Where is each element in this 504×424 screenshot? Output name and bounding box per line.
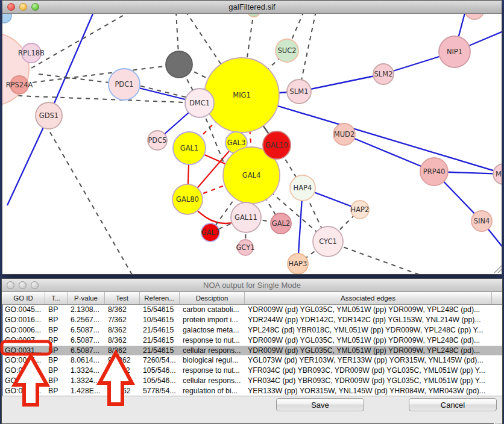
resize-handle-icon[interactable] bbox=[494, 266, 502, 273]
table-cell: 105/546... bbox=[141, 366, 181, 376]
network-node[interactable] bbox=[247, 14, 260, 17]
network-node[interactable] bbox=[166, 51, 192, 78]
desktop: galFiltered.sif RPL18BRPS24AGDS1PDC1PDC5… bbox=[0, 0, 504, 424]
table-cell: GO:0031... bbox=[3, 366, 46, 376]
table-cell: 21/54615 bbox=[141, 335, 181, 346]
table-cell: YDR244W (pp) YDR142C, YDR142C (pp) YGL15… bbox=[246, 315, 493, 325]
table-row[interactable]: GO:0016...BP6.2567...7/36210/54615protei… bbox=[3, 315, 502, 325]
table-cell: cellular respons... bbox=[181, 376, 246, 386]
node-label: SLM2 bbox=[374, 70, 393, 78]
network-node[interactable] bbox=[2, 33, 29, 105]
column-header-1[interactable]: GO ID bbox=[2, 292, 45, 304]
table-header: GO IDT...P-valueTestReferen...Desciption… bbox=[2, 292, 502, 305]
table-cell: GO:0006... bbox=[3, 325, 46, 335]
table-cell: GO:0031... bbox=[3, 376, 46, 386]
table-cell: YFR034C (pd) YBR093C, YDR009W (pd) YGL03… bbox=[246, 376, 493, 386]
network-graph: RPL18BRPS24AGDS1PDC1PDC5MIG1DMC1SUC2SLM1… bbox=[2, 14, 502, 274]
table-cell: 7260/54... bbox=[141, 355, 181, 366]
table-row[interactable]: GO:0045...BP2.1308...8/36215/54615carbon… bbox=[3, 305, 502, 315]
cancel-button[interactable]: Cancel bbox=[409, 398, 497, 411]
node-label: HAP4 bbox=[294, 184, 312, 192]
save-button[interactable]: Save bbox=[276, 398, 364, 411]
table-row[interactable]: GO:0050...BP1.428E...80/3625778/54...reg… bbox=[3, 386, 502, 396]
table-cell: BP bbox=[46, 386, 69, 396]
table-cell: YPL248C (pd) YBR018C, YML051W (pp) YDR00… bbox=[246, 325, 493, 335]
table-row[interactable]: GO:0065...BP8.0614...94/3627260/54...bio… bbox=[3, 355, 502, 366]
column-header-6[interactable]: Desciption bbox=[180, 292, 245, 304]
table-cell: YGL073W (pd) YER103W, YER133W (pp) YOR31… bbox=[246, 355, 493, 366]
network-node[interactable] bbox=[465, 14, 484, 19]
node-label: PRP40 bbox=[423, 167, 446, 176]
column-header-2[interactable]: T... bbox=[45, 292, 68, 304]
column-header-3[interactable]: P-value bbox=[68, 292, 105, 304]
table-cell: GO:0016... bbox=[3, 315, 46, 325]
table-cell: 94/362 bbox=[106, 355, 141, 366]
table-cell: 80/362 bbox=[106, 386, 141, 396]
table-cell: YDR009W (pd) YGL035C, YML051W (pp) YDR00… bbox=[246, 346, 493, 356]
table-cell: GO:0007... bbox=[3, 335, 46, 346]
table-cell: carbon cataboli... bbox=[181, 305, 246, 315]
network-node[interactable] bbox=[2, 14, 11, 23]
node-label: MUD2 bbox=[334, 130, 355, 139]
network-canvas[interactable]: RPL18BRPS24AGDS1PDC1PDC5MIG1DMC1SUC2SLM1… bbox=[2, 14, 502, 274]
table-cell: 21/54615 bbox=[141, 325, 181, 335]
network-edge-pp[interactable] bbox=[49, 14, 93, 116]
node-label: MIG1 bbox=[233, 91, 251, 99]
network-window-titlebar[interactable]: galFiltered.sif bbox=[2, 1, 502, 14]
table-row[interactable]: GO:0031...BP1.3324...11/362105/546...res… bbox=[3, 366, 502, 376]
node-label: HAP3 bbox=[289, 260, 307, 268]
table-cell: BP bbox=[46, 315, 69, 325]
column-header-7[interactable]: Associated edges bbox=[245, 292, 492, 304]
table-cell: YER133W (pp) YOR315W, YNL145W (pd) YHR08… bbox=[246, 386, 493, 396]
table-row[interactable]: GO:0007...BP6.5087...8/36221/54615respon… bbox=[3, 335, 502, 346]
table-cell: BP bbox=[46, 366, 69, 376]
table-cell: GO:0050... bbox=[3, 386, 46, 396]
table-body[interactable]: GO:0045...BP2.1308...8/36215/54615carbon… bbox=[2, 305, 502, 396]
node-label: GAL3 bbox=[227, 139, 246, 147]
table-cell: 6.5087... bbox=[69, 325, 106, 335]
network-edge-pd[interactable] bbox=[31, 14, 126, 68]
table-cell: 105/546... bbox=[141, 376, 181, 386]
table-cell: 8/362 bbox=[106, 325, 141, 335]
node-label: CYC1 bbox=[319, 237, 337, 246]
node-label: SUC2 bbox=[277, 46, 296, 55]
table-cell: response to nut... bbox=[181, 335, 246, 346]
node-label: RPS24A bbox=[6, 81, 33, 89]
table-cell: 10/54615 bbox=[141, 315, 181, 325]
network-edge-pp[interactable] bbox=[299, 74, 383, 92]
node-label: GAL11 bbox=[235, 213, 257, 222]
table-row[interactable]: GO:0031...BP1.3324...11/362105/546...cel… bbox=[3, 376, 502, 386]
node-label: GDS1 bbox=[39, 111, 58, 120]
table-row[interactable]: GO:0031...BP6.5087...8/36221/54615cellul… bbox=[3, 346, 502, 356]
node-label: RPL18B bbox=[18, 49, 45, 57]
table-cell: 6.2567... bbox=[69, 315, 106, 325]
column-header-5[interactable]: Referen... bbox=[140, 292, 180, 304]
node-label: DMC1 bbox=[189, 99, 210, 107]
table-cell: 8/362 bbox=[106, 305, 141, 315]
table-cell: regulation of bi... bbox=[181, 386, 246, 396]
table-cell: 5778/54... bbox=[141, 386, 181, 396]
table-cell: YDR009W (pd) YGL035C, YML051W (pp) YDR00… bbox=[246, 305, 493, 315]
network-window-title: galFiltered.sif bbox=[2, 1, 502, 14]
node-label: GAL4 bbox=[242, 171, 261, 179]
table-cell: biological regul... bbox=[181, 355, 246, 366]
table-cell: BP bbox=[46, 305, 69, 315]
table-cell: 8/362 bbox=[106, 346, 141, 356]
table-row[interactable]: GO:0006...BP6.5087...8/36221/54615galact… bbox=[3, 325, 502, 335]
table-cell: BP bbox=[46, 325, 69, 335]
noa-window-titlebar[interactable]: NOA output for Single Mode bbox=[2, 279, 502, 292]
table-cell: YFR034C (pd) YBR093C, YDR009W (pd) YGL03… bbox=[246, 366, 493, 376]
network-edge-pp[interactable] bbox=[7, 116, 49, 205]
table-cell: 8.0614... bbox=[69, 355, 106, 366]
table-cell: 7/362 bbox=[106, 315, 141, 325]
table-cell: GO:0031... bbox=[3, 346, 46, 356]
table-cell: GO:0065... bbox=[3, 355, 46, 366]
node-label: SIN4 bbox=[474, 217, 490, 225]
table-cell: galactose meta... bbox=[181, 325, 246, 335]
node-label: HAP2 bbox=[351, 205, 370, 214]
node-label: PDC5 bbox=[148, 136, 166, 145]
node-label: GAL7 bbox=[201, 228, 220, 237]
network-edge-pd[interactable] bbox=[37, 110, 132, 274]
column-header-4[interactable]: Test bbox=[105, 292, 140, 304]
node-label: GCY1 bbox=[236, 243, 254, 252]
